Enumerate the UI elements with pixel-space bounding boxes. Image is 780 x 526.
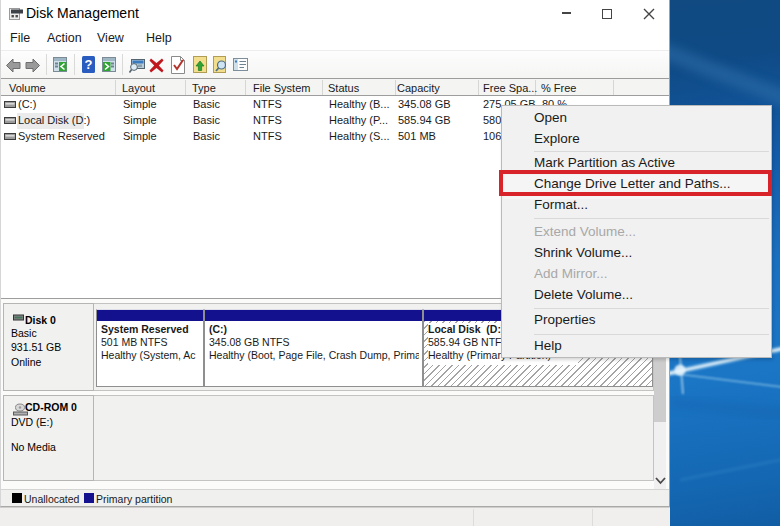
svg-text:?: ? xyxy=(85,57,93,72)
